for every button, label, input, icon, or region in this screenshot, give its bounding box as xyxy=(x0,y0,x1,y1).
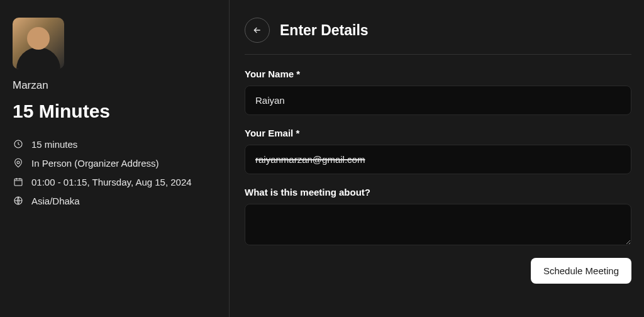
email-input[interactable] xyxy=(245,145,631,174)
svg-rect-2 xyxy=(14,179,22,186)
main: Enter Details Your Name * Your Email * W… xyxy=(230,0,644,317)
back-button[interactable] xyxy=(245,18,270,43)
location-icon xyxy=(13,157,24,169)
topic-input[interactable] xyxy=(245,204,631,245)
sidebar: Marzan 15 Minutes 15 minutes In Person (… xyxy=(0,0,230,317)
info-datetime: 01:00 - 01:15, Thursday, Aug 15, 2024 xyxy=(13,176,216,187)
info-timezone-text: Asia/Dhaka xyxy=(31,196,80,206)
svg-point-1 xyxy=(17,161,19,164)
email-label: Your Email * xyxy=(245,128,631,138)
organizer-name: Marzan xyxy=(13,79,216,92)
globe-icon xyxy=(13,195,24,206)
schedule-meeting-button[interactable]: Schedule Meeting xyxy=(531,258,631,284)
name-label: Your Name * xyxy=(245,69,631,79)
divider xyxy=(245,54,631,55)
calendar-icon xyxy=(13,176,24,187)
button-row: Schedule Meeting xyxy=(245,258,631,284)
clock-icon xyxy=(13,138,24,150)
name-input[interactable] xyxy=(245,86,631,115)
info-datetime-text: 01:00 - 01:15, Thursday, Aug 15, 2024 xyxy=(31,177,192,187)
page-title: Enter Details xyxy=(280,22,369,39)
info-timezone: Asia/Dhaka xyxy=(13,195,216,206)
meeting-title: 15 Minutes xyxy=(13,101,216,122)
info-duration: 15 minutes xyxy=(13,138,216,150)
topic-label: What is this meeting about? xyxy=(245,187,631,197)
header: Enter Details xyxy=(245,18,631,43)
info-location-text: In Person (Organizer Address) xyxy=(31,158,159,169)
arrow-left-icon xyxy=(252,25,262,35)
info-location: In Person (Organizer Address) xyxy=(13,157,216,169)
avatar xyxy=(13,18,64,69)
info-duration-text: 15 minutes xyxy=(31,139,77,150)
